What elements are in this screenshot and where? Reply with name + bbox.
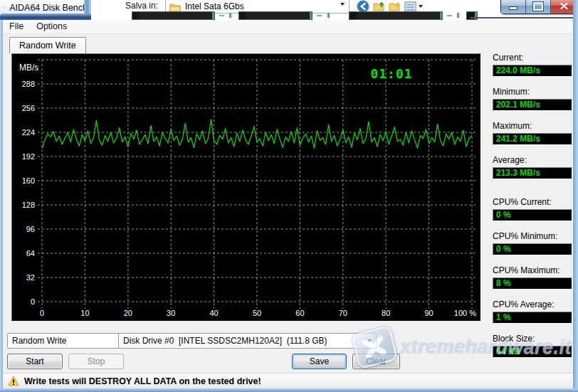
stat-label: Block Size:: [493, 334, 572, 344]
file-list-mark: [219, 15, 224, 16]
stat-label: CPU% Average:: [493, 300, 572, 310]
stat-value: 8 %: [493, 277, 572, 290]
maximize-icon: [533, 2, 543, 11]
new-folder-icon: [389, 1, 401, 12]
stat-value: 213.3 MB/s: [493, 167, 572, 179]
stat-average: Average: 213.3 MB/s: [493, 155, 572, 179]
file-list-mark: [327, 13, 330, 18]
chevron-down-icon: [367, 339, 372, 342]
app-titlebar: AIDA64 Disk Bench: [0, 0, 88, 15]
menu-file[interactable]: File: [3, 20, 30, 33]
y-axis-unit: MB/s: [19, 63, 38, 73]
y-tick-label: 64: [26, 249, 35, 258]
disk-drive-combobox[interactable]: Disk Drive #0 [INTEL SSDSC2MH120A2] (111…: [118, 333, 377, 349]
stat-value: 64 KB: [493, 346, 572, 358]
stat-label: CPU% Maximum:: [493, 265, 572, 276]
status-bar: Write tests will DESTROY ALL DATA on the…: [3, 373, 573, 388]
elapsed-time: 01:01: [370, 66, 412, 81]
views-icon: [404, 1, 416, 12]
up-folder-icon: [373, 1, 386, 12]
stat-label: Minimum:: [493, 87, 572, 97]
maximize-button[interactable]: [526, 0, 551, 14]
file-list-mark: [229, 13, 231, 18]
file-list-mark: [457, 13, 459, 18]
file-thumbnail[interactable]: [466, 11, 478, 20]
stat-value: 0 %: [493, 209, 572, 221]
disk-drive-value: Disk Drive #0 [INTEL SSDSC2MH120A2] (111…: [123, 336, 327, 346]
start-button[interactable]: Start: [7, 354, 63, 369]
chevron-down-icon: [340, 3, 345, 6]
x-tick-label: 90: [424, 309, 433, 317]
window-left-border: [0, 20, 3, 392]
stop-button[interactable]: Stop: [68, 354, 124, 369]
minimize-icon: [509, 6, 517, 10]
window-right-border: [573, 0, 578, 392]
x-tick-label: 0: [40, 309, 44, 317]
stat-label: CPU% Current:: [493, 197, 572, 208]
window-bottom-border: [0, 388, 578, 392]
x-tick-label: 40: [209, 309, 218, 317]
file-list-mark: [447, 15, 452, 16]
warning-text: Write tests will DESTROY ALL DATA on the…: [24, 376, 261, 386]
stat-value: 1 %: [493, 312, 572, 324]
stat-value: 0 %: [493, 243, 572, 255]
y-tick-label: 192: [22, 152, 35, 161]
clear-button[interactable]: Clear: [352, 354, 400, 369]
y-tick-label: 160: [22, 176, 35, 185]
menu-bar: File Options: [3, 20, 573, 34]
stat-label: CPU% Minimum:: [493, 231, 572, 242]
stat-label: Current:: [493, 53, 572, 63]
y-tick-label: 224: [22, 128, 35, 137]
disk-icon: [4, 3, 5, 12]
stat-minimum: Minimum: 202.1 MB/s: [493, 87, 572, 111]
benchmark-window: File Options Random Write 28825622419216…: [0, 20, 578, 392]
chart-ticks: 2882562241921601289664320010203040506070…: [22, 80, 477, 317]
y-tick-label: 128: [22, 201, 35, 209]
file-thumbnail[interactable]: [238, 11, 312, 20]
stat-block-size: Block Size: 64 KB: [493, 334, 572, 358]
stat-value: 224.0 MB/s: [493, 65, 572, 77]
save-button[interactable]: Save: [292, 354, 347, 369]
test-type-value: Random Write: [12, 336, 66, 346]
file-list-mark: [317, 15, 322, 16]
x-tick-label: 100 %: [454, 309, 476, 317]
y-tick-label: 32: [26, 273, 35, 282]
x-tick-label: 20: [124, 309, 132, 317]
x-tick-label: 30: [167, 309, 175, 317]
stat-cpu-average: CPU% Average: 1 %: [493, 300, 572, 324]
close-icon: [560, 3, 568, 9]
stat-maximum: Maximum: 241.2 MB/s: [493, 121, 572, 145]
file-thumbnail[interactable]: [349, 11, 443, 20]
y-tick-label: 256: [22, 104, 35, 112]
file-thumbnail[interactable]: [132, 11, 215, 20]
y-tick-label: 96: [26, 225, 35, 233]
stat-label: Average:: [493, 155, 572, 166]
stat-label: Maximum:: [493, 121, 572, 132]
tab-random-write[interactable]: Random Write: [9, 37, 86, 53]
chart-panel: 2882562241921601289664320010203040506070…: [11, 53, 481, 322]
views-caret-icon[interactable]: [419, 5, 423, 8]
warning-icon: [8, 376, 19, 386]
stat-current: Current: 224.0 MB/s: [493, 53, 572, 77]
stat-cpu-maximum: CPU% Maximum: 8 %: [493, 265, 572, 290]
x-tick-label: 70: [339, 309, 347, 317]
minimize-button[interactable]: [501, 0, 526, 14]
file-list-thumbnails: [93, 11, 477, 19]
x-tick-label: 50: [253, 309, 261, 317]
stat-value: 202.1 MB/s: [493, 99, 572, 111]
stat-cpu-current: CPU% Current: 0 %: [493, 197, 572, 221]
window-controls: [500, 0, 577, 14]
menu-options[interactable]: Options: [30, 20, 73, 33]
x-tick-label: 60: [295, 309, 304, 317]
save-location-value: Intel Sata 6Gbs: [185, 1, 244, 12]
screen: AIDA64 Disk Bench Salva in: Intel Sata 6…: [0, 0, 578, 392]
app-title-text: AIDA64 Disk Bench: [9, 3, 88, 13]
window-top-border: [0, 14, 91, 20]
stat-cpu-minimum: CPU% Minimum: 0 %: [493, 231, 572, 255]
test-type-combobox[interactable]: Random Write: [7, 333, 132, 349]
y-tick-label: 288: [22, 80, 35, 88]
x-tick-label: 80: [382, 309, 390, 317]
y-tick-label: 0: [31, 297, 35, 306]
stat-value: 241.2 MB/s: [493, 133, 572, 145]
chart-grid: [38, 60, 476, 309]
